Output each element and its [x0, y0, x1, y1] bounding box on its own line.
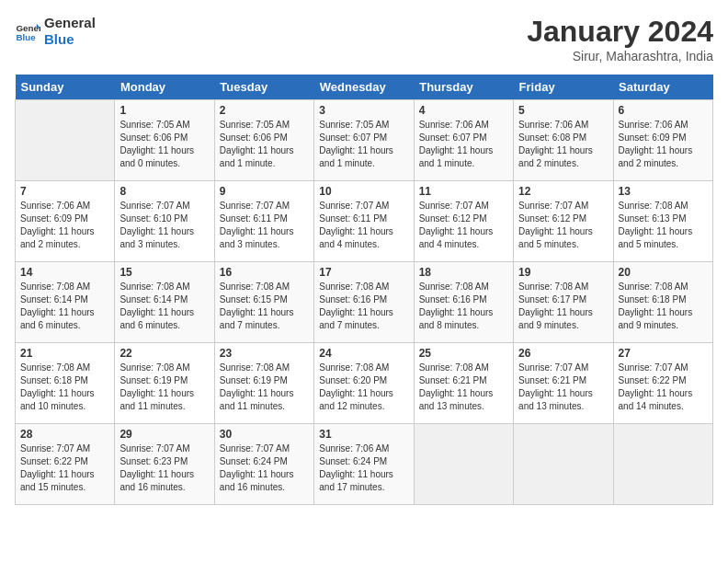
week-row-1: 1Sunrise: 7:05 AMSunset: 6:06 PMDaylight… — [16, 100, 713, 181]
calendar-cell: 22Sunrise: 7:08 AMSunset: 6:19 PMDayligh… — [115, 343, 214, 424]
day-number: 15 — [119, 266, 209, 279]
logo: General Blue General Blue — [15, 15, 96, 48]
cell-info: Sunrise: 7:07 AMSunset: 6:22 PMDaylight:… — [20, 442, 109, 494]
day-number: 12 — [518, 185, 608, 198]
calendar-cell: 24Sunrise: 7:08 AMSunset: 6:20 PMDayligh… — [314, 343, 414, 424]
day-number: 18 — [419, 266, 508, 279]
day-number: 1 — [119, 104, 209, 117]
calendar-cell: 11Sunrise: 7:07 AMSunset: 6:12 PMDayligh… — [414, 181, 513, 262]
cell-info: Sunrise: 7:07 AMSunset: 6:11 PMDaylight:… — [319, 200, 408, 251]
week-row-3: 14Sunrise: 7:08 AMSunset: 6:14 PMDayligh… — [16, 262, 713, 343]
day-number: 24 — [319, 347, 408, 360]
cell-info: Sunrise: 7:08 AMSunset: 6:19 PMDaylight:… — [119, 362, 209, 413]
day-number: 27 — [619, 347, 708, 360]
day-number: 7 — [20, 185, 109, 198]
cell-info: Sunrise: 7:08 AMSunset: 6:20 PMDaylight:… — [319, 362, 408, 413]
day-number: 21 — [20, 347, 109, 360]
cell-info: Sunrise: 7:06 AMSunset: 6:09 PMDaylight:… — [20, 200, 109, 251]
calendar-cell: 7Sunrise: 7:06 AMSunset: 6:09 PMDaylight… — [16, 181, 115, 262]
cell-info: Sunrise: 7:06 AMSunset: 6:07 PMDaylight:… — [419, 119, 508, 170]
day-number: 28 — [20, 428, 109, 441]
logo-icon: General Blue — [15, 18, 40, 44]
calendar-cell: 6Sunrise: 7:06 AMSunset: 6:09 PMDaylight… — [613, 100, 712, 181]
cell-info: Sunrise: 7:07 AMSunset: 6:11 PMDaylight:… — [220, 200, 309, 251]
calendar-cell: 10Sunrise: 7:07 AMSunset: 6:11 PMDayligh… — [314, 181, 414, 262]
logo-blue: Blue — [44, 31, 96, 48]
calendar-cell: 17Sunrise: 7:08 AMSunset: 6:16 PMDayligh… — [314, 262, 414, 343]
week-row-4: 21Sunrise: 7:08 AMSunset: 6:18 PMDayligh… — [16, 343, 713, 424]
day-number: 9 — [220, 185, 309, 198]
cell-info: Sunrise: 7:05 AMSunset: 6:06 PMDaylight:… — [220, 119, 309, 170]
cell-info: Sunrise: 7:08 AMSunset: 6:18 PMDaylight:… — [20, 362, 109, 413]
calendar-cell: 2Sunrise: 7:05 AMSunset: 6:06 PMDaylight… — [214, 100, 313, 181]
calendar-cell — [414, 424, 513, 505]
calendar-cell: 8Sunrise: 7:07 AMSunset: 6:10 PMDaylight… — [115, 181, 214, 262]
calendar-cell: 5Sunrise: 7:06 AMSunset: 6:08 PMDaylight… — [514, 100, 613, 181]
cell-info: Sunrise: 7:07 AMSunset: 6:21 PMDaylight:… — [518, 362, 608, 413]
calendar-cell: 1Sunrise: 7:05 AMSunset: 6:06 PMDaylight… — [115, 100, 214, 181]
day-header-saturday: Saturday — [613, 75, 712, 100]
calendar-cell — [16, 100, 115, 181]
cell-info: Sunrise: 7:05 AMSunset: 6:06 PMDaylight:… — [119, 119, 209, 170]
day-number: 10 — [319, 185, 408, 198]
cell-info: Sunrise: 7:08 AMSunset: 6:13 PMDaylight:… — [619, 200, 708, 251]
cell-info: Sunrise: 7:08 AMSunset: 6:18 PMDaylight:… — [619, 281, 708, 332]
cell-info: Sunrise: 7:08 AMSunset: 6:14 PMDaylight:… — [119, 281, 209, 332]
day-number: 2 — [220, 104, 309, 117]
cell-info: Sunrise: 7:05 AMSunset: 6:07 PMDaylight:… — [319, 119, 408, 170]
calendar-cell: 21Sunrise: 7:08 AMSunset: 6:18 PMDayligh… — [16, 343, 115, 424]
cell-info: Sunrise: 7:06 AMSunset: 6:24 PMDaylight:… — [319, 442, 408, 494]
day-number: 5 — [518, 104, 608, 117]
calendar-cell: 25Sunrise: 7:08 AMSunset: 6:21 PMDayligh… — [414, 343, 513, 424]
calendar-cell: 27Sunrise: 7:07 AMSunset: 6:22 PMDayligh… — [613, 343, 712, 424]
cell-info: Sunrise: 7:08 AMSunset: 6:19 PMDaylight:… — [220, 362, 309, 413]
cell-info: Sunrise: 7:08 AMSunset: 6:15 PMDaylight:… — [220, 281, 309, 332]
day-header-wednesday: Wednesday — [314, 75, 414, 100]
day-number: 29 — [119, 428, 209, 441]
day-header-thursday: Thursday — [414, 75, 513, 100]
calendar-cell: 30Sunrise: 7:07 AMSunset: 6:24 PMDayligh… — [214, 424, 313, 505]
cell-info: Sunrise: 7:08 AMSunset: 6:16 PMDaylight:… — [319, 281, 408, 332]
cell-info: Sunrise: 7:06 AMSunset: 6:09 PMDaylight:… — [619, 119, 708, 170]
cell-info: Sunrise: 7:07 AMSunset: 6:24 PMDaylight:… — [220, 442, 309, 494]
day-number: 25 — [419, 347, 508, 360]
title-block: January 2024 Sirur, Maharashtra, India — [527, 15, 713, 63]
calendar-cell: 29Sunrise: 7:07 AMSunset: 6:23 PMDayligh… — [115, 424, 214, 505]
day-number: 8 — [119, 185, 209, 198]
cell-info: Sunrise: 7:07 AMSunset: 6:23 PMDaylight:… — [119, 442, 209, 494]
calendar-cell: 3Sunrise: 7:05 AMSunset: 6:07 PMDaylight… — [314, 100, 414, 181]
calendar-cell: 4Sunrise: 7:06 AMSunset: 6:07 PMDaylight… — [414, 100, 513, 181]
calendar-cell: 16Sunrise: 7:08 AMSunset: 6:15 PMDayligh… — [214, 262, 313, 343]
day-number: 19 — [518, 266, 608, 279]
day-header-sunday: Sunday — [16, 75, 115, 100]
header-row: SundayMondayTuesdayWednesdayThursdayFrid… — [16, 75, 713, 100]
day-number: 13 — [619, 185, 708, 198]
calendar-subtitle: Sirur, Maharashtra, India — [527, 49, 713, 63]
day-number: 31 — [319, 428, 408, 441]
calendar-cell — [613, 424, 712, 505]
calendar-title: January 2024 — [527, 15, 713, 49]
calendar-cell: 13Sunrise: 7:08 AMSunset: 6:13 PMDayligh… — [613, 181, 712, 262]
cell-info: Sunrise: 7:07 AMSunset: 6:12 PMDaylight:… — [518, 200, 608, 251]
calendar-cell — [514, 424, 613, 505]
day-header-friday: Friday — [514, 75, 613, 100]
cell-info: Sunrise: 7:08 AMSunset: 6:14 PMDaylight:… — [20, 281, 109, 332]
calendar-cell: 31Sunrise: 7:06 AMSunset: 6:24 PMDayligh… — [314, 424, 414, 505]
calendar-cell: 26Sunrise: 7:07 AMSunset: 6:21 PMDayligh… — [514, 343, 613, 424]
svg-text:Blue: Blue — [16, 32, 36, 42]
calendar-table: SundayMondayTuesdayWednesdayThursdayFrid… — [15, 75, 713, 505]
day-number: 14 — [20, 266, 109, 279]
calendar-cell: 19Sunrise: 7:08 AMSunset: 6:17 PMDayligh… — [514, 262, 613, 343]
day-number: 26 — [518, 347, 608, 360]
day-number: 22 — [119, 347, 209, 360]
cell-info: Sunrise: 7:08 AMSunset: 6:17 PMDaylight:… — [518, 281, 608, 332]
cell-info: Sunrise: 7:07 AMSunset: 6:12 PMDaylight:… — [419, 200, 508, 251]
page-header: General Blue General Blue January 2024 S… — [15, 15, 713, 63]
cell-info: Sunrise: 7:06 AMSunset: 6:08 PMDaylight:… — [518, 119, 608, 170]
day-number: 20 — [619, 266, 708, 279]
day-number: 11 — [419, 185, 508, 198]
cell-info: Sunrise: 7:08 AMSunset: 6:16 PMDaylight:… — [419, 281, 508, 332]
cell-info: Sunrise: 7:07 AMSunset: 6:22 PMDaylight:… — [619, 362, 708, 413]
day-header-monday: Monday — [115, 75, 214, 100]
day-number: 23 — [220, 347, 309, 360]
